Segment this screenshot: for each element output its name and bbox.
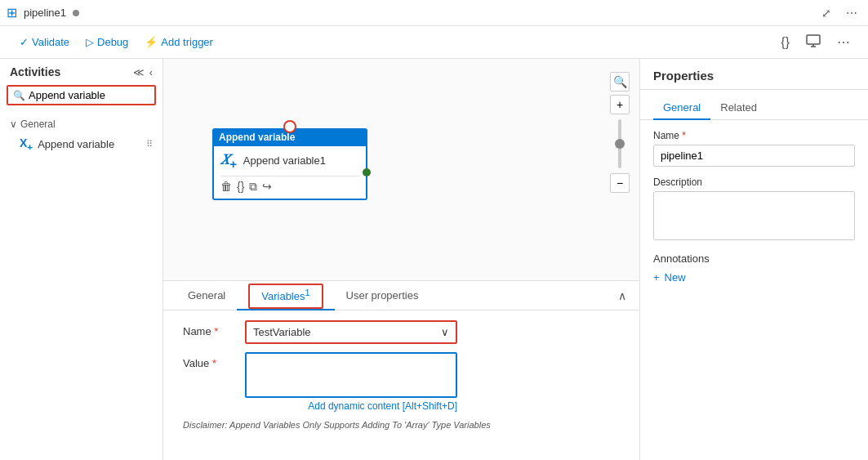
- node-connect-circle: [283, 120, 296, 133]
- sidebar-collapse2-btn[interactable]: ‹: [149, 66, 153, 78]
- search-icon: 🔍: [13, 90, 25, 101]
- prop-description-label: Description: [653, 176, 855, 188]
- zoom-controls: 🔍 + −: [610, 72, 630, 193]
- node-content: 𝑋+ Append variable1: [220, 151, 359, 171]
- value-field-wrapper: Add dynamic content [Alt+Shift+D]: [245, 352, 457, 412]
- node-delete-btn[interactable]: 🗑: [220, 180, 232, 194]
- properties-panel: Properties General Related Name Descript…: [639, 59, 868, 460]
- prop-description-textarea[interactable]: [653, 191, 855, 240]
- sidebar-general-header[interactable]: ∨ General: [0, 115, 162, 133]
- debug-icon: ▷: [86, 36, 94, 48]
- bottom-content: Name TestVariable ∨ Value Add dynamic co…: [163, 310, 639, 440]
- name-label: Name: [183, 320, 232, 337]
- value-form-row: Value Add dynamic content [Alt+Shift+D]: [183, 352, 620, 412]
- disclaimer-text: Disclaimer: Append Variables Only Suppor…: [183, 420, 620, 430]
- sidebar: Activities ≪ ‹ 🔍 ∨ General X+ Append var…: [0, 59, 163, 460]
- sidebar-item-actions: ⠿: [146, 139, 153, 150]
- activity-node[interactable]: Append variable 𝑋+ Append variable1 🗑 {}…: [212, 128, 367, 200]
- prop-name-field: Name: [653, 130, 855, 167]
- tab-general[interactable]: General: [176, 283, 237, 310]
- node-toolbar: 🗑 {} ⧉ ↪: [220, 176, 359, 194]
- search-input[interactable]: [29, 89, 149, 101]
- dynamic-content-link[interactable]: Add dynamic content [Alt+Shift+D]: [245, 400, 457, 412]
- bottom-panel-collapse-btn[interactable]: ∧: [618, 289, 626, 302]
- trigger-icon: ⚡: [145, 36, 158, 48]
- title-bar-right: ⤢ ⋯: [817, 5, 861, 21]
- add-trigger-button[interactable]: ⚡ Add trigger: [138, 33, 220, 51]
- prop-tab-related[interactable]: Related: [710, 96, 767, 120]
- tab-variables[interactable]: Variables1: [237, 281, 334, 310]
- zoom-out-btn[interactable]: −: [610, 173, 630, 193]
- sidebar-header-icons: ≪ ‹: [133, 66, 153, 78]
- sidebar-header: Activities ≪ ‹: [0, 59, 162, 85]
- modified-dot: [73, 10, 79, 16]
- code-button[interactable]: {}: [776, 32, 795, 53]
- title-bar: ⊞ pipeline1 ⤢ ⋯: [0, 0, 868, 26]
- activity-icon: 𝑋+: [220, 151, 237, 171]
- prop-annotations: Annotations + New: [653, 252, 855, 284]
- toolbar-right: {} ⋯: [776, 31, 855, 54]
- node-copy-btn[interactable]: ⧉: [249, 180, 257, 194]
- pipeline-icon: ⊞: [7, 5, 17, 20]
- prop-description-field: Description: [653, 176, 855, 243]
- sidebar-item-append-variable[interactable]: X+ Append variable ⠿: [0, 133, 162, 155]
- debug-button[interactable]: ▷ Debug: [79, 33, 135, 51]
- value-textarea[interactable]: [245, 352, 457, 398]
- pipeline-name: pipeline1: [24, 7, 66, 19]
- dropdown-chevron-icon: ∨: [441, 326, 449, 338]
- prop-name-label: Name: [653, 130, 855, 141]
- properties-content: Name Description Annotations + New: [640, 120, 868, 460]
- sidebar-collapse-btn[interactable]: ≪: [133, 66, 145, 78]
- more-toolbar-button[interactable]: ⋯: [832, 31, 855, 53]
- main-container: Activities ≪ ‹ 🔍 ∨ General X+ Append var…: [0, 59, 868, 460]
- zoom-in-btn[interactable]: +: [610, 95, 630, 114]
- sidebar-title: Activities: [10, 65, 60, 78]
- zoom-fit-btn[interactable]: 🔍: [610, 72, 630, 92]
- bottom-tabs: General Variables1 User properties ∧: [163, 281, 639, 310]
- properties-tabs: General Related: [640, 90, 868, 120]
- validate-button[interactable]: ✓ Validate: [13, 33, 76, 51]
- annotations-label: Annotations: [653, 252, 855, 265]
- toolbar: ✓ Validate ▷ Debug ⚡ Add trigger {} ⋯: [0, 26, 868, 59]
- validate-icon: ✓: [20, 36, 29, 48]
- tab-user-properties[interactable]: User properties: [335, 283, 430, 310]
- plus-icon: +: [653, 271, 660, 284]
- svg-rect-0: [807, 35, 820, 44]
- prop-name-input[interactable]: [653, 145, 855, 167]
- more-options-button[interactable]: ⋯: [842, 5, 861, 21]
- title-bar-left: ⊞ pipeline1: [7, 5, 79, 20]
- name-dropdown[interactable]: TestVariable ∨: [245, 320, 457, 344]
- value-label: Value: [183, 352, 232, 369]
- node-status-dot: [363, 168, 371, 176]
- search-box: 🔍: [7, 85, 156, 105]
- node-connect-btn[interactable]: ↪: [262, 180, 272, 194]
- new-annotation-button[interactable]: + New: [653, 271, 686, 284]
- chevron-down-icon: ∨: [10, 118, 17, 130]
- canvas-area[interactable]: Append variable 𝑋+ Append variable1 🗑 {}…: [163, 59, 639, 460]
- prop-tab-general[interactable]: General: [653, 96, 710, 120]
- node-code-btn[interactable]: {}: [237, 180, 244, 194]
- zoom-slider-track: [618, 119, 621, 168]
- sidebar-item-drag-btn[interactable]: ⠿: [146, 139, 153, 150]
- name-form-row: Name TestVariable ∨: [183, 320, 620, 344]
- zoom-slider-thumb: [615, 139, 625, 149]
- monitor-button[interactable]: [801, 31, 826, 54]
- expand-button[interactable]: ⤢: [817, 5, 835, 21]
- node-body: 𝑋+ Append variable1 🗑 {} ⧉ ↪: [212, 146, 367, 200]
- append-variable-icon: X+: [20, 136, 33, 152]
- sidebar-general-section: ∨ General X+ Append variable ⠿: [0, 112, 162, 159]
- bottom-panel: General Variables1 User properties ∧ Nam…: [163, 280, 639, 460]
- properties-title: Properties: [640, 59, 868, 90]
- tab-variables-highlight: Variables1: [248, 284, 323, 309]
